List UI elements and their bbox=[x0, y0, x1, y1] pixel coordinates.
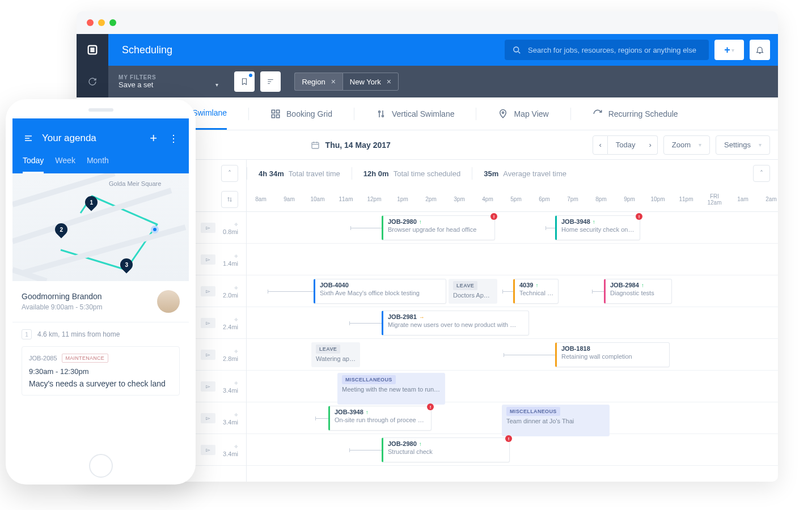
schedule-block[interactable]: MISCELLANEOUSMeeting with the new team t… bbox=[337, 373, 445, 405]
forward-icon[interactable]: ▻ bbox=[201, 254, 215, 265]
filter-chip-label[interactable]: Region× bbox=[294, 73, 342, 91]
timeline-row[interactable]: LEAVEDoctors Appoin…JOB-4040 Sixth Ave M… bbox=[247, 275, 778, 307]
job-card[interactable]: !JOB-2980 ↑Browser upgrade for head offi… bbox=[382, 215, 495, 240]
timeline-row[interactable]: JOB-2981 →Migrate new users over to new … bbox=[247, 307, 778, 339]
close-icon[interactable]: × bbox=[387, 77, 391, 86]
alert-icon: ! bbox=[505, 435, 512, 442]
menu-icon[interactable] bbox=[23, 134, 34, 143]
hour-label: 1am bbox=[729, 187, 757, 211]
travel-line bbox=[593, 291, 604, 292]
mobile-tab-month[interactable]: Month bbox=[87, 156, 109, 173]
hour-label: 1pm bbox=[388, 187, 417, 211]
refresh-button[interactable] bbox=[77, 66, 108, 97]
bookmark-button[interactable] bbox=[234, 71, 255, 92]
minimize-window-icon[interactable] bbox=[98, 19, 105, 26]
job-card[interactable]: JOB-2984 ↑Diagnostic tests bbox=[604, 279, 672, 304]
close-window-icon[interactable] bbox=[87, 19, 94, 26]
zoom-button[interactable]: Zoom▾ bbox=[663, 135, 710, 155]
job-card[interactable]: 4039 ↑Technical che bbox=[513, 279, 559, 304]
close-icon[interactable]: × bbox=[331, 77, 336, 86]
job-card[interactable]: JOB-4040 Sixth Ave Macy's office block t… bbox=[314, 279, 446, 304]
filter-chip-value[interactable]: New York× bbox=[342, 73, 399, 91]
alert-icon: ! bbox=[427, 403, 434, 410]
timeline-row[interactable]: MISCELLANEOUSTeam dinner at Jo's Thai!JO… bbox=[247, 402, 778, 434]
hour-label: FRI12am bbox=[700, 187, 729, 211]
tab-recurring[interactable]: Recurring Schedule bbox=[593, 97, 678, 130]
notifications-button[interactable] bbox=[750, 40, 770, 60]
job-desc: Migrate new users over to new product wi… bbox=[388, 321, 524, 328]
schedule-block[interactable]: MISCELLANEOUSTeam dinner at Jo's Thai bbox=[502, 405, 610, 436]
map-pin-1[interactable]: 1 bbox=[85, 196, 98, 212]
maximize-window-icon[interactable] bbox=[109, 19, 116, 26]
job-desc: Macy's needs a surveyer to check land bbox=[29, 379, 172, 388]
distance-label: ⌖0.8mi bbox=[223, 220, 238, 235]
filter-set-selector[interactable]: MY FILTERS Save a set▾ bbox=[108, 74, 229, 89]
svg-rect-5 bbox=[277, 110, 280, 113]
schedule-block[interactable]: LEAVEWatering appoi… bbox=[311, 342, 360, 367]
timeline-row[interactable]: !JOB-2980 ↑Browser upgrade for head offi… bbox=[247, 212, 778, 244]
avatar[interactable] bbox=[157, 290, 180, 313]
settings-button[interactable]: Settings▾ bbox=[716, 135, 770, 155]
map-pin-2[interactable]: 2 bbox=[55, 223, 67, 239]
mobile-tab-today[interactable]: Today bbox=[23, 156, 44, 173]
job-card[interactable]: !JOB-2980 ↑Structural check bbox=[382, 437, 510, 462]
forward-icon[interactable]: ▻ bbox=[201, 413, 215, 423]
job-card[interactable]: !JOB-3948 ↑Home security check on Fif … bbox=[555, 215, 640, 240]
forward-icon[interactable]: ▻ bbox=[201, 350, 215, 360]
avg-travel-value: 35m bbox=[484, 169, 498, 178]
timeline-row[interactable]: !JOB-2980 ↑Structural check bbox=[247, 434, 778, 466]
collapse-left-button[interactable]: ˄ bbox=[221, 165, 238, 182]
mobile-tab-week[interactable]: Week bbox=[55, 156, 75, 173]
timeline-row[interactable]: LEAVEWatering appoi…JOB-1818 Retaining w… bbox=[247, 339, 778, 371]
forward-icon[interactable]: ▻ bbox=[201, 381, 215, 392]
tab-map-view[interactable]: Map View bbox=[498, 97, 548, 130]
add-button[interactable]: + ▾ bbox=[714, 40, 744, 60]
hour-label: 9am bbox=[275, 187, 303, 211]
next-day-button[interactable]: › bbox=[643, 135, 657, 155]
forward-icon[interactable]: ▻ bbox=[201, 445, 215, 455]
hour-label: 2am bbox=[757, 187, 778, 211]
hour-label: 8am bbox=[247, 187, 275, 211]
forward-icon[interactable]: ▻ bbox=[201, 318, 215, 328]
job-id: JOB-2981 → bbox=[388, 313, 425, 320]
list-settings-button[interactable] bbox=[260, 71, 281, 92]
search-icon bbox=[513, 46, 521, 54]
tab-vertical-swimlane[interactable]: Vertical Swimlane bbox=[376, 97, 455, 130]
map-pin-3[interactable]: 3 bbox=[120, 258, 133, 274]
search-input[interactable] bbox=[527, 45, 701, 55]
home-button-icon[interactable] bbox=[89, 454, 113, 478]
forward-icon[interactable]: ▻ bbox=[201, 286, 215, 296]
mobile-job-card[interactable]: JOB-2085 MAINTENANCE 9:30am - 12:30pm Ma… bbox=[22, 346, 180, 396]
timeline-row[interactable]: MISCELLANEOUSMeeting with the new team t… bbox=[247, 371, 778, 402]
app-logo[interactable] bbox=[77, 34, 108, 66]
job-time: 9:30am - 12:30pm bbox=[29, 367, 172, 376]
timeline[interactable]: 8am9am10am11am12pm1pm2pm3pm4pm5pm6pm7pm8… bbox=[247, 187, 778, 482]
travel-line bbox=[268, 291, 314, 292]
svg-rect-7 bbox=[277, 114, 280, 117]
job-card[interactable]: JOB-2981 →Migrate new users over to new … bbox=[382, 311, 529, 335]
schedule-block[interactable]: LEAVEDoctors Appoin… bbox=[449, 279, 497, 304]
block-tag: MISCELLANEOUS bbox=[506, 407, 560, 416]
today-button[interactable]: Today bbox=[608, 135, 644, 155]
window-chrome bbox=[77, 11, 778, 34]
more-icon[interactable]: ⋯ bbox=[168, 134, 180, 143]
calendar-icon bbox=[311, 141, 320, 150]
job-card[interactable]: !JOB-3948 ↑On-site run through of procee… bbox=[328, 406, 432, 431]
plus-icon: + bbox=[724, 44, 730, 56]
total-travel-value: 4h 34m bbox=[259, 169, 284, 178]
mobile-map[interactable]: Golda Meir Square 1 2 3 bbox=[12, 173, 189, 281]
job-card[interactable]: JOB-1818 Retaining wall completion bbox=[555, 342, 670, 367]
forward-icon[interactable]: ▻ bbox=[201, 223, 215, 233]
refresh-icon bbox=[88, 77, 97, 86]
tab-booking-grid[interactable]: Booking Grid bbox=[270, 97, 332, 130]
timeline-row[interactable] bbox=[247, 244, 778, 275]
search-bar[interactable] bbox=[505, 40, 709, 60]
prev-day-button[interactable]: ‹ bbox=[593, 135, 607, 155]
app-header: Scheduling + ▾ bbox=[77, 34, 778, 66]
add-icon[interactable]: + bbox=[150, 131, 157, 146]
sort-button[interactable] bbox=[221, 191, 238, 208]
distance-label: ⌖2.0mi bbox=[223, 284, 238, 299]
collapse-right-button[interactable]: ˄ bbox=[753, 165, 770, 182]
arrow-up-icon: ↑ bbox=[419, 219, 422, 225]
badge-icon bbox=[249, 74, 252, 77]
